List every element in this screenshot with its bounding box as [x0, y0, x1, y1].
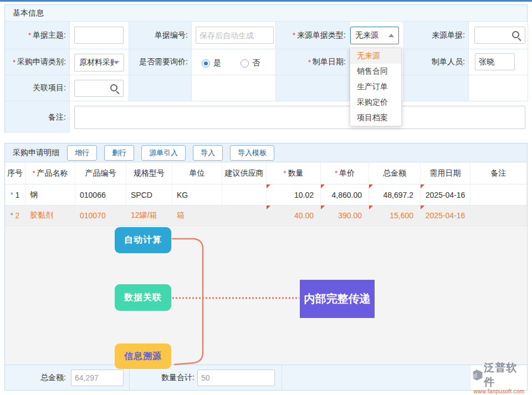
purchase-request-page: 基本信息 * 单据主题: 单据编号: * 来源单据类型: 无来源 来源单据: — [0, 0, 532, 395]
source-type-select[interactable]: 无来源 — [350, 27, 399, 44]
subject-label: 单据主题: — [33, 30, 66, 40]
table-row-2[interactable]: * 2 胶黏剂 010070 12罐/箱 箱 40.00 390.00 15,6… — [5, 206, 527, 226]
dropdown-option-production-order[interactable]: 生产订单 — [350, 79, 401, 95]
required-mark: * — [335, 169, 337, 177]
divider — [282, 365, 282, 390]
cell-price[interactable]: 390.00 — [321, 206, 369, 226]
cell-unit[interactable]: 箱 — [172, 206, 222, 226]
cell-spec[interactable]: 12罐/箱 — [126, 206, 172, 226]
cell-no: * 2 — [5, 206, 25, 226]
cell-amount[interactable]: 48,697.2 — [369, 184, 421, 206]
cell-code[interactable]: 010070 — [75, 206, 126, 226]
radio-unselected-icon[interactable] — [241, 59, 249, 68]
inquiry-label-cell: 是否需要询价: — [129, 49, 192, 75]
chevron-up-icon — [388, 34, 394, 37]
import-button[interactable]: 导入 — [193, 145, 223, 161]
search-icon[interactable] — [110, 84, 117, 91]
total-amount-input[interactable] — [71, 370, 124, 386]
cell-code[interactable]: 010066 — [75, 184, 126, 206]
basic-info-header: 基本信息 — [5, 5, 527, 22]
detail-panel: 采购申请明细 增行 删行 源单引入 导入 导入模板 序号 * 产品名称 产品编号… — [4, 143, 528, 391]
project-input-wrap — [74, 80, 124, 97]
row-number: 2 — [15, 211, 19, 220]
required-mark: * — [283, 169, 286, 177]
watermark-site: www.fanpusoft.com — [474, 388, 525, 394]
category-label: 采购申请类别: — [17, 57, 66, 67]
cell-date[interactable]: 2025-04-16 — [421, 206, 470, 226]
col-unit: 单位 — [172, 162, 222, 184]
doc-no-label: 单据编号: — [155, 30, 188, 40]
category-select[interactable]: 原材料采购 — [74, 54, 124, 71]
delete-row-button[interactable]: 删行 — [104, 145, 134, 161]
cell-qty[interactable]: 40.00 — [267, 206, 321, 226]
add-row-button[interactable]: 增行 — [67, 145, 97, 161]
dropdown-option-no-source[interactable]: 无来源 — [350, 48, 401, 64]
project-label-cell: 关联项目: — [5, 75, 70, 101]
cell-unit[interactable]: KG — [172, 184, 222, 206]
cell-amount[interactable]: 15,600 — [369, 206, 421, 226]
dropdown-option-project-file[interactable]: 项目档案 — [350, 110, 401, 126]
summary-row: 总金额: 数量合计: 泛普软件 www.fanpusoft.com — [5, 365, 527, 390]
required-mark: * — [13, 58, 16, 66]
cell-name[interactable]: 胶黏剂 — [25, 206, 75, 226]
doc-no-input[interactable] — [196, 27, 274, 44]
subject-input[interactable] — [74, 27, 124, 44]
source-type-label-cell: * 来源单据类型: — [276, 22, 350, 49]
col-price-label: 单价 — [339, 168, 355, 178]
flow-diagram-area — [5, 226, 527, 365]
dropdown-option-purchase-pricing[interactable]: 采购定价 — [350, 95, 401, 110]
cell-remark[interactable] — [470, 206, 527, 226]
cell-price[interactable]: 4,860.00 — [321, 184, 369, 206]
chevron-down-icon — [114, 61, 119, 64]
required-mark: * — [308, 58, 311, 66]
inquiry-radio-no[interactable]: 否 — [241, 58, 260, 68]
col-date: 需用日期 — [421, 162, 470, 184]
watermark-brand: 泛普软件 — [484, 361, 527, 389]
qty-total-input[interactable] — [197, 370, 275, 386]
inquiry-label: 是否需要询价: — [139, 57, 188, 67]
empty-label-cell — [404, 75, 469, 101]
remark-label: 备注: — [48, 112, 66, 122]
top-accent-line — [0, 0, 532, 2]
remark-textarea[interactable] — [74, 106, 525, 129]
col-name-label: 产品名称 — [37, 168, 68, 178]
empty-field-cell — [469, 75, 528, 101]
cell-name[interactable]: 钢 — [25, 184, 75, 206]
basic-info-title: 基本信息 — [13, 8, 44, 18]
required-mark: * — [28, 31, 31, 39]
cell-supplier[interactable] — [222, 184, 267, 206]
flow-node-data-link: 数据关联 — [115, 284, 171, 311]
required-mark: * — [32, 169, 35, 177]
inquiry-no-label: 否 — [252, 58, 260, 68]
inquiry-radio-yes[interactable]: 是 — [202, 58, 221, 68]
source-type-dropdown: 无来源 销售合同 生产订单 采购定价 项目档案 — [350, 48, 402, 126]
col-code: 产品编号 — [75, 162, 126, 184]
subject-label-cell: * 单据主题: — [5, 22, 70, 49]
row-required-mark: * — [11, 212, 13, 219]
col-qty-label: 数量 — [288, 168, 304, 178]
inquiry-field-cell: 是 否 — [192, 49, 276, 75]
dropdown-option-sales-contract[interactable]: 销售合同 — [350, 64, 401, 79]
date-label-cell: * 制单日期: — [276, 49, 350, 75]
empty-label-cell — [276, 75, 350, 101]
search-icon[interactable] — [512, 31, 519, 38]
maker-input[interactable] — [475, 53, 515, 70]
source-import-button[interactable]: 源单引入 — [141, 145, 186, 161]
cell-qty[interactable]: 10.02 — [267, 184, 321, 206]
source-doc-label-cell: 来源单据: — [404, 22, 469, 49]
category-label-cell: * 采购申请类别: — [5, 49, 70, 75]
maker-label: 制单人员: — [432, 57, 465, 67]
radio-selected-icon[interactable] — [202, 59, 210, 68]
cell-date[interactable]: 2025-04-16 — [421, 184, 470, 206]
cell-spec[interactable]: SPCD — [126, 184, 172, 206]
required-mark: * — [293, 31, 295, 39]
cell-supplier[interactable] — [222, 206, 267, 226]
category-value: 原材料采购 — [79, 58, 114, 68]
empty-field-cell — [192, 75, 276, 101]
table-row-1[interactable]: * 1 钢 010066 SPCD KG 10.02 4,860.00 48,6… — [5, 184, 527, 206]
col-amount: 总金额 — [369, 162, 421, 184]
import-template-button[interactable]: 导入模板 — [230, 145, 274, 161]
cell-remark[interactable] — [470, 184, 527, 206]
source-doc-input-wrap — [474, 27, 525, 44]
watermark: 泛普软件 www.fanpusoft.com — [471, 365, 527, 390]
